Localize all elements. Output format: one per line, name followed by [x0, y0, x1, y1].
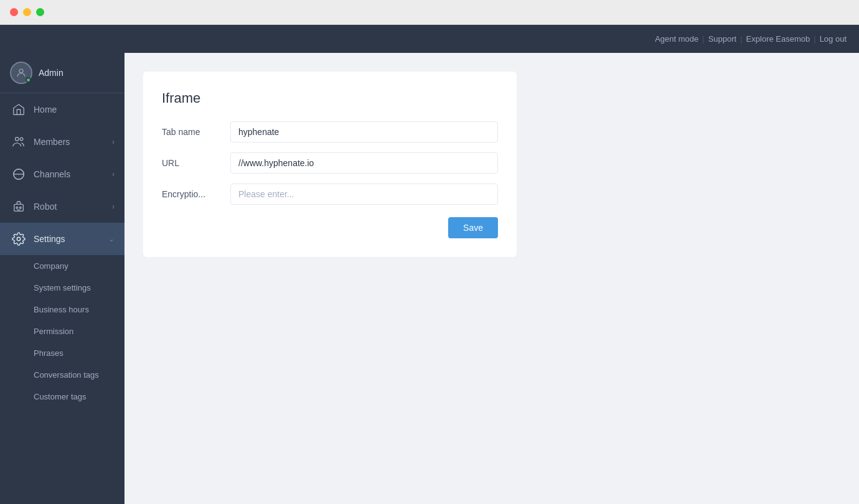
sidebar-label-members: Members: [34, 137, 112, 147]
encryption-row: Encryptio...: [162, 184, 498, 205]
logout-link[interactable]: Log out: [820, 34, 847, 44]
encryption-label: Encryptio...: [162, 189, 230, 199]
agent-mode-link[interactable]: Agent mode: [655, 34, 698, 44]
iframe-panel: Iframe Tab name URL Encryptio...: [143, 72, 517, 257]
sidebar-item-conversation-tags[interactable]: Conversation tags: [0, 364, 124, 386]
form-actions: Save: [162, 217, 498, 238]
svg-point-0: [19, 69, 23, 73]
url-input[interactable]: [230, 152, 498, 174]
online-indicator: [26, 77, 31, 83]
sep-1: |: [702, 34, 704, 44]
tab-name-row: Tab name: [162, 121, 498, 142]
sidebar-item-members[interactable]: Members ›: [0, 126, 124, 158]
svg-point-2: [20, 138, 23, 141]
maximize-button[interactable]: [36, 8, 44, 16]
url-label: URL: [162, 158, 230, 168]
tab-name-label: Tab name: [162, 127, 230, 137]
sidebar: Admin Home Members ›: [0, 53, 124, 504]
sidebar-item-system-settings[interactable]: System settings: [0, 277, 124, 299]
robot-icon: [10, 198, 27, 215]
sep-2: |: [740, 34, 742, 44]
admin-name: Admin: [39, 68, 63, 78]
settings-chevron: ⌄: [108, 235, 115, 243]
sidebar-item-channels[interactable]: Channels ›: [0, 158, 124, 190]
url-row: URL: [162, 152, 498, 174]
sep-3: |: [814, 34, 815, 44]
channels-chevron: ›: [112, 170, 115, 179]
sidebar-label-channels: Channels: [34, 169, 112, 179]
home-icon: [10, 101, 27, 118]
sidebar-label-robot: Robot: [34, 202, 112, 212]
close-button[interactable]: [10, 8, 18, 16]
sidebar-item-phrases[interactable]: Phrases: [0, 342, 124, 364]
tab-name-input[interactable]: [230, 121, 498, 142]
sidebar-item-settings[interactable]: Settings ⌄: [0, 223, 124, 255]
minimize-button[interactable]: [23, 8, 31, 16]
members-chevron: ›: [112, 138, 115, 146]
sidebar-label-settings: Settings: [34, 234, 108, 244]
sidebar-item-home[interactable]: Home: [0, 93, 124, 126]
sidebar-item-permission[interactable]: Permission: [0, 320, 124, 342]
explore-link[interactable]: Explore Easemob: [746, 34, 810, 44]
settings-icon: [10, 230, 27, 248]
sidebar-item-company[interactable]: Company: [0, 255, 124, 277]
svg-point-7: [17, 237, 21, 241]
topbar-links: Agent mode | Support | Explore Easemob |…: [655, 34, 847, 44]
save-button[interactable]: Save: [448, 217, 498, 238]
avatar: [10, 62, 32, 84]
topbar: Agent mode | Support | Explore Easemob |…: [0, 25, 859, 53]
sidebar-item-business-hours[interactable]: Business hours: [0, 299, 124, 320]
channels-icon: [10, 166, 27, 183]
sidebar-item-robot[interactable]: Robot ›: [0, 190, 124, 223]
sidebar-item-customer-tags[interactable]: Customer tags: [0, 386, 124, 408]
support-link[interactable]: Support: [708, 34, 737, 44]
svg-point-5: [16, 207, 18, 208]
svg-point-6: [19, 207, 21, 208]
sidebar-label-home: Home: [34, 105, 115, 114]
content-area: Iframe Tab name URL Encryptio...: [124, 53, 859, 504]
mac-titlebar: [0, 0, 859, 25]
robot-chevron: ›: [112, 202, 115, 211]
admin-profile: Admin: [0, 53, 124, 93]
panel-title: Iframe: [162, 90, 498, 106]
encryption-input[interactable]: [230, 184, 498, 205]
svg-point-1: [16, 138, 19, 141]
members-icon: [10, 133, 27, 151]
